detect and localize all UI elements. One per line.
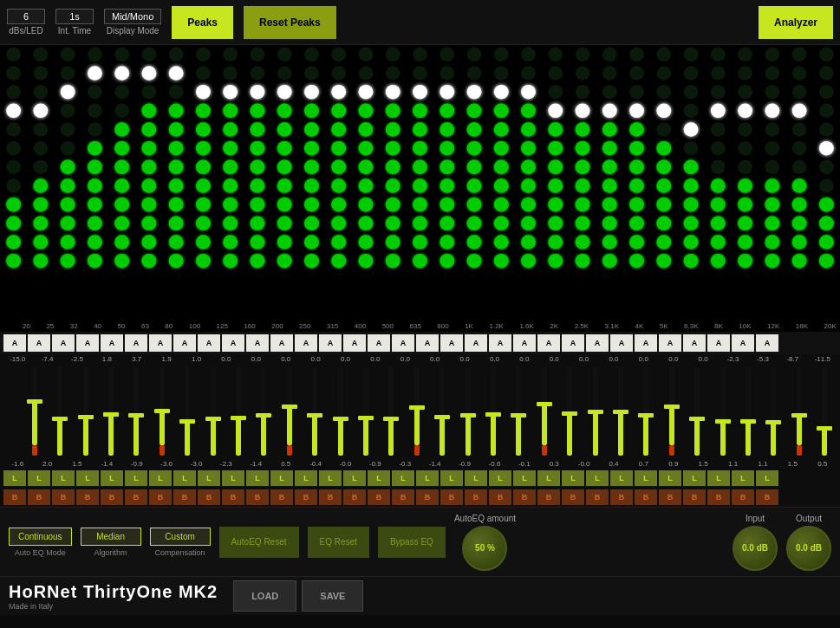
fader-thumb-31[interactable] — [817, 426, 832, 431]
b-button-19[interactable]: B — [465, 489, 487, 505]
fader-thumb-28[interactable] — [740, 419, 756, 424]
b-button-3[interactable]: B — [76, 489, 99, 505]
b-button-8[interactable]: B — [198, 489, 220, 505]
b-button-18[interactable]: B — [440, 489, 463, 505]
band-button-0[interactable]: A — [3, 334, 26, 352]
fader-thumb-16[interactable] — [434, 415, 450, 419]
l-button-20[interactable]: L — [489, 470, 511, 486]
int-time-value[interactable]: 1s — [55, 9, 94, 24]
fader-thumb-8[interactable] — [231, 416, 246, 420]
fader-thumb-13[interactable] — [358, 416, 374, 420]
band-button-24[interactable]: A — [586, 334, 609, 352]
band-button-1[interactable]: A — [28, 334, 50, 352]
b-button-12[interactable]: B — [295, 489, 317, 505]
band-button-13[interactable]: A — [319, 334, 342, 352]
band-button-30[interactable]: A — [732, 334, 754, 352]
l-button-18[interactable]: L — [440, 470, 463, 486]
fader-thumb-6[interactable] — [179, 419, 195, 424]
compensation-button[interactable]: Custom — [150, 528, 211, 546]
l-button-10[interactable]: L — [246, 470, 269, 486]
fader-thumb-15[interactable] — [409, 405, 425, 410]
band-button-20[interactable]: A — [489, 334, 511, 352]
autoeq-reset-button[interactable]: AutoEQ Reset — [219, 527, 299, 558]
l-button-27[interactable]: L — [659, 470, 681, 486]
band-button-8[interactable]: A — [198, 334, 220, 352]
band-button-7[interactable]: A — [173, 334, 196, 352]
l-button-15[interactable]: L — [368, 470, 390, 486]
band-button-18[interactable]: A — [440, 334, 463, 352]
fader-thumb-3[interactable] — [103, 412, 119, 417]
fader-thumb-1[interactable] — [52, 417, 68, 421]
l-button-14[interactable]: L — [343, 470, 366, 486]
b-button-7[interactable]: B — [173, 489, 196, 505]
b-button-14[interactable]: B — [343, 489, 366, 505]
l-button-19[interactable]: L — [465, 470, 487, 486]
fader-thumb-21[interactable] — [562, 411, 577, 416]
fader-thumb-26[interactable] — [689, 417, 705, 421]
fader-thumb-12[interactable] — [333, 417, 348, 421]
reset-peaks-button[interactable]: Reset Peaks — [244, 6, 336, 39]
l-button-7[interactable]: L — [173, 470, 196, 486]
band-button-26[interactable]: A — [635, 334, 657, 352]
fader-thumb-29[interactable] — [765, 420, 781, 424]
analyzer-button[interactable]: Analyzer — [759, 6, 833, 39]
fader-thumb-10[interactable] — [282, 405, 297, 409]
fader-thumb-11[interactable] — [307, 413, 322, 418]
fader-thumb-0[interactable] — [27, 399, 42, 404]
l-button-13[interactable]: L — [319, 470, 342, 486]
b-button-27[interactable]: B — [659, 489, 681, 505]
b-button-24[interactable]: B — [586, 489, 609, 505]
b-button-23[interactable]: B — [562, 489, 584, 505]
l-button-22[interactable]: L — [537, 470, 560, 486]
peaks-button[interactable]: Peaks — [172, 6, 233, 39]
auto-eq-mode-button[interactable]: Continuous — [9, 528, 72, 546]
band-button-5[interactable]: A — [125, 334, 147, 352]
band-button-19[interactable]: A — [465, 334, 487, 352]
band-button-29[interactable]: A — [707, 334, 730, 352]
band-button-21[interactable]: A — [513, 334, 536, 352]
b-button-26[interactable]: B — [635, 489, 657, 505]
fader-thumb-19[interactable] — [511, 413, 526, 418]
l-button-30[interactable]: L — [732, 470, 754, 486]
band-button-6[interactable]: A — [149, 334, 172, 352]
eq-reset-button[interactable]: EQ Reset — [308, 527, 369, 558]
bypass-eq-button[interactable]: Bypass EQ — [378, 527, 446, 558]
band-button-31[interactable]: A — [756, 334, 778, 352]
l-button-1[interactable]: L — [28, 470, 50, 486]
fader-thumb-30[interactable] — [791, 413, 807, 418]
l-button-6[interactable]: L — [149, 470, 172, 486]
l-button-16[interactable]: L — [392, 470, 414, 486]
l-button-4[interactable]: L — [101, 470, 123, 486]
band-button-17[interactable]: A — [416, 334, 439, 352]
l-button-29[interactable]: L — [707, 470, 730, 486]
fader-thumb-22[interactable] — [588, 410, 603, 414]
band-button-25[interactable]: A — [610, 334, 633, 352]
b-button-31[interactable]: B — [756, 489, 778, 505]
band-button-15[interactable]: A — [368, 334, 390, 352]
band-button-4[interactable]: A — [101, 334, 123, 352]
l-button-28[interactable]: L — [683, 470, 706, 486]
fader-thumb-23[interactable] — [613, 410, 628, 414]
b-button-29[interactable]: B — [707, 489, 730, 505]
b-button-2[interactable]: B — [52, 489, 75, 505]
l-button-31[interactable]: L — [756, 470, 778, 486]
band-button-27[interactable]: A — [659, 334, 681, 352]
b-button-15[interactable]: B — [368, 489, 390, 505]
band-button-14[interactable]: A — [343, 334, 366, 352]
fader-thumb-2[interactable] — [78, 415, 94, 419]
l-button-8[interactable]: L — [198, 470, 220, 486]
l-button-11[interactable]: L — [270, 470, 293, 486]
l-button-3[interactable]: L — [76, 470, 99, 486]
band-button-28[interactable]: A — [683, 334, 706, 352]
b-button-22[interactable]: B — [537, 489, 560, 505]
b-button-28[interactable]: B — [683, 489, 706, 505]
l-button-2[interactable]: L — [52, 470, 75, 486]
b-button-30[interactable]: B — [732, 489, 754, 505]
band-button-22[interactable]: A — [537, 334, 560, 352]
band-button-9[interactable]: A — [222, 334, 244, 352]
b-button-13[interactable]: B — [319, 489, 342, 505]
band-button-2[interactable]: A — [52, 334, 75, 352]
l-button-5[interactable]: L — [125, 470, 147, 486]
b-button-10[interactable]: B — [246, 489, 269, 505]
fader-thumb-18[interactable] — [485, 412, 501, 417]
